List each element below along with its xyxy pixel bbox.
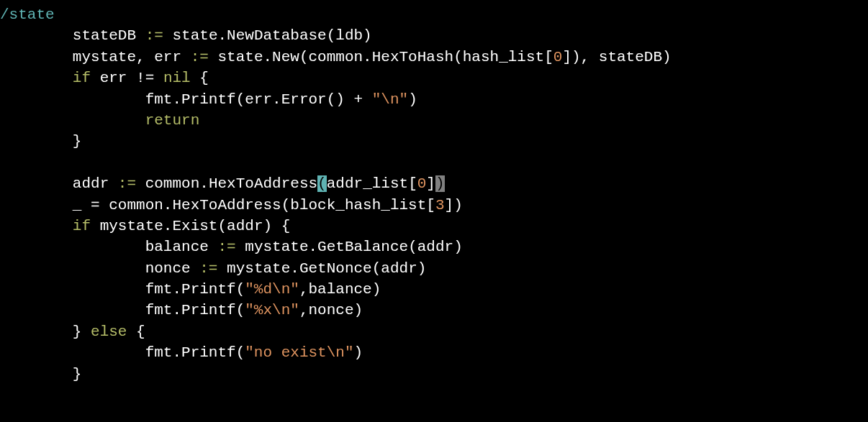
code-line: mystate, err := state.New(common.HexToHa… <box>0 47 868 68</box>
code-line <box>0 152 868 173</box>
status-line: /state <box>0 4 868 25</box>
code-line: addr := common.HexToAddress(addr_list[0]… <box>0 173 868 194</box>
code-line: return <box>0 110 868 131</box>
code-line: if err != nil { <box>0 68 868 88</box>
code-line: if mystate.Exist(addr) { <box>0 216 868 237</box>
code-line: fmt.Printf("%d\n",balance) <box>0 279 868 300</box>
code-line: } <box>0 364 868 385</box>
code-line: } else { <box>0 321 868 342</box>
cursor-close-paren: ) <box>435 175 445 192</box>
code-line: stateDB := state.NewDatabase(ldb) <box>0 25 868 46</box>
code-line: fmt.Printf(err.Error() + "\n") <box>0 89 868 110</box>
code-line: } <box>0 131 868 152</box>
code-line: _ = common.HexToAddress(block_hash_list[… <box>0 195 868 216</box>
code-line: balance := mystate.GetBalance(addr) <box>0 237 868 257</box>
code-editor[interactable]: /state stateDB := state.NewDatabase(ldb)… <box>0 4 868 385</box>
code-line: fmt.Printf("%x\n",nonce) <box>0 300 868 321</box>
cursor-open-paren: ( <box>317 175 327 192</box>
code-line: fmt.Printf("no exist\n") <box>0 342 868 363</box>
code-line: nonce := mystate.GetNonce(addr) <box>0 258 868 279</box>
